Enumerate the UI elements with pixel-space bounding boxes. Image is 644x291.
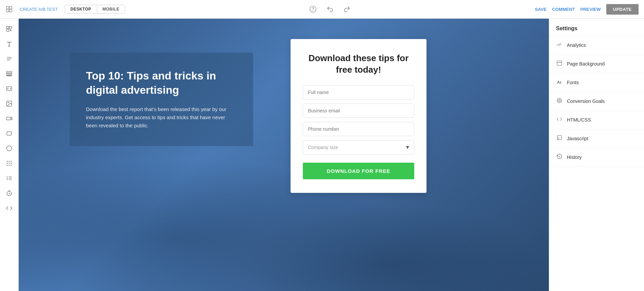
company-size-wrapper: Company size 1-10 11-50 51-200 201-500 5…: [303, 140, 414, 154]
left-content-panel[interactable]: Top 10: Tips and tricks in digital adver…: [70, 53, 253, 146]
svg-point-20: [7, 146, 12, 151]
embed-icon[interactable]: [3, 83, 15, 95]
svg-rect-2: [6, 10, 9, 12]
history-icon: [556, 153, 563, 161]
grid-icon[interactable]: [3, 157, 15, 169]
svg-rect-13: [7, 73, 12, 75]
svg-rect-1: [10, 6, 12, 9]
list-details-icon[interactable]: [3, 172, 15, 184]
fonts-label: Fonts: [567, 80, 579, 85]
panel-description: Download the best report that's been rel…: [86, 105, 237, 130]
desktop-button[interactable]: DESKTOP: [65, 5, 97, 13]
svg-point-27: [11, 161, 12, 162]
rows-icon[interactable]: [3, 68, 15, 80]
phone-input[interactable]: [303, 122, 414, 136]
svg-point-21: [7, 161, 7, 162]
javascript-item[interactable]: {} Javascript: [549, 129, 644, 148]
history-label: History: [567, 154, 582, 160]
help-button[interactable]: [308, 4, 318, 14]
svg-rect-14: [7, 75, 12, 76]
svg-rect-19: [7, 132, 11, 135]
svg-rect-37: [557, 61, 562, 66]
right-settings-panel: Settings Analytics Page Background: [549, 19, 644, 291]
svg-point-26: [9, 165, 10, 166]
analytics-label: Analytics: [567, 42, 586, 48]
svg-point-23: [7, 165, 7, 166]
svg-rect-8: [7, 29, 9, 32]
back-button[interactable]: [5, 5, 13, 13]
svg-point-29: [11, 165, 12, 166]
create-ab-button[interactable]: CREATE A/B TEST: [20, 7, 58, 12]
redo-button[interactable]: [342, 4, 352, 14]
form-title: Download these tips for free today!: [303, 53, 414, 76]
html-css-icon: [556, 116, 563, 124]
page-background-item[interactable]: Page Background: [549, 55, 644, 73]
comment-button[interactable]: COMMENT: [552, 7, 575, 12]
image-icon[interactable]: [3, 97, 15, 110]
save-button[interactable]: SAVE: [535, 7, 546, 12]
analytics-item[interactable]: Analytics: [549, 36, 644, 55]
javascript-icon: {}: [556, 135, 563, 142]
svg-text:Az: Az: [557, 80, 561, 84]
history-item[interactable]: History: [549, 148, 644, 167]
html-css-item[interactable]: HTML/CSS: [549, 111, 644, 129]
left-sidebar: [0, 19, 19, 291]
add-section-icon[interactable]: [3, 23, 15, 35]
svg-point-28: [11, 163, 12, 164]
form-card: Download these tips for free today! Comp…: [291, 39, 427, 193]
company-size-select[interactable]: Company size 1-10 11-50 51-200 201-500 5…: [303, 140, 414, 154]
undo-button[interactable]: [325, 4, 335, 14]
svg-rect-0: [6, 6, 9, 9]
download-button[interactable]: DOWNLOAD FOR FREE: [303, 163, 414, 179]
page-background-icon: [556, 60, 563, 68]
svg-point-5: [313, 11, 313, 11]
rectangle-icon[interactable]: [3, 127, 15, 140]
html-css-label: HTML/CSS: [567, 117, 591, 123]
fonts-icon: Az: [556, 79, 563, 86]
email-input[interactable]: [303, 104, 414, 118]
update-button[interactable]: UPDATE: [606, 4, 639, 15]
circle-icon[interactable]: [3, 142, 15, 154]
mobile-button[interactable]: MOBILE: [97, 5, 125, 13]
javascript-label: Javascript: [567, 136, 588, 141]
fonts-item[interactable]: Az Fonts: [549, 73, 644, 92]
svg-point-22: [7, 163, 7, 164]
full-name-input[interactable]: [303, 85, 414, 99]
svg-point-24: [9, 161, 10, 162]
svg-rect-12: [7, 71, 12, 73]
svg-rect-18: [6, 117, 11, 120]
video-icon[interactable]: [3, 112, 15, 125]
paragraph-icon[interactable]: [3, 53, 15, 65]
main-content: Top 10: Tips and tricks in digital adver…: [0, 19, 644, 291]
settings-header: Settings: [549, 19, 644, 36]
embed-code-icon[interactable]: [3, 202, 15, 214]
svg-point-17: [8, 102, 8, 103]
topbar: CREATE A/B TEST DESKTOP MOBILE: [0, 0, 644, 19]
preview-button[interactable]: PREVIEW: [580, 7, 601, 12]
svg-rect-7: [10, 26, 12, 29]
text-icon[interactable]: [3, 38, 15, 50]
conversion-goals-label: Conversion Goals: [567, 98, 605, 104]
analytics-icon: [556, 41, 563, 49]
svg-point-41: [559, 100, 560, 101]
canvas-area[interactable]: Top 10: Tips and tricks in digital adver…: [19, 19, 549, 291]
svg-text:{}: {}: [558, 137, 560, 140]
device-toggle: DESKTOP MOBILE: [65, 5, 125, 14]
svg-rect-3: [10, 10, 12, 12]
svg-rect-6: [7, 26, 9, 29]
page-background-label: Page Background: [567, 61, 605, 67]
conversion-goals-item[interactable]: Conversion Goals: [549, 92, 644, 111]
conversion-goals-icon: [556, 97, 563, 105]
panel-title: Top 10: Tips and tricks in digital adver…: [86, 69, 237, 97]
timer-icon[interactable]: [3, 187, 15, 199]
svg-point-25: [9, 163, 10, 164]
